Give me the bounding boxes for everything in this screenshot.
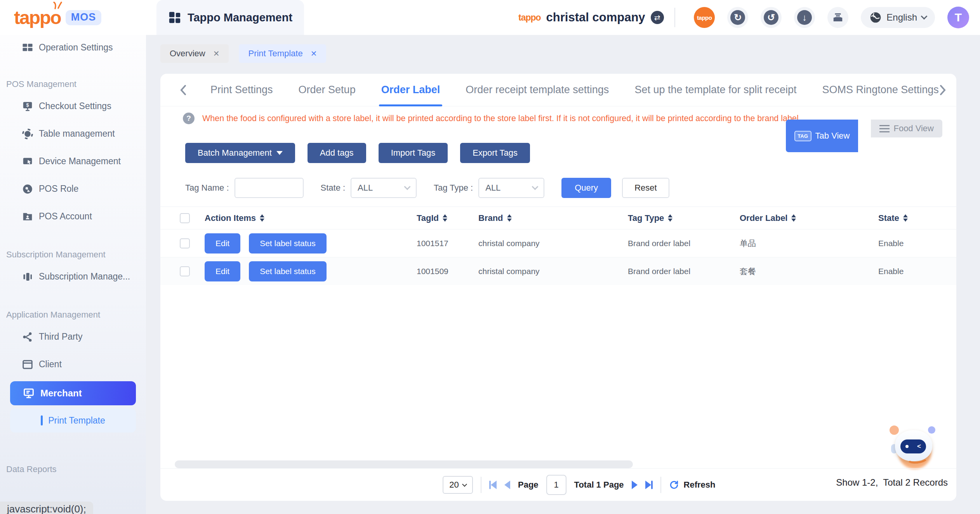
sort-icon[interactable] <box>791 214 796 222</box>
sidebar-item-operation-settings[interactable]: Operation Settings <box>0 35 146 60</box>
chevron-down-icon <box>462 482 467 487</box>
globe-icon <box>869 11 882 24</box>
window-icon <box>22 359 33 370</box>
robot-eye <box>905 445 909 448</box>
app-tab-tappo-management[interactable]: Tappo Management <box>156 0 304 35</box>
tab-order-label[interactable]: Order Label <box>381 74 440 106</box>
total-pages-label: Total 1 Page <box>574 480 624 490</box>
swap-company-icon[interactable]: ⇄ <box>651 11 664 24</box>
import-tags-label: Import Tags <box>391 148 436 158</box>
edit-button[interactable]: Edit <box>205 233 240 254</box>
page-label: Page <box>518 480 539 490</box>
chip-overview[interactable]: Overview ✕ <box>160 44 229 63</box>
row-checkbox[interactable] <box>180 238 190 248</box>
tab-split-receipt-template[interactable]: Set up the template for split receipt <box>634 74 796 106</box>
state-select[interactable]: ALL <box>351 178 417 198</box>
sidebar-item-label: Device Management <box>39 156 121 167</box>
inbox-button[interactable] <box>827 7 848 28</box>
tag-toolbar: Batch Management Add tags Import Tags Ex… <box>185 143 530 163</box>
select-all-checkbox[interactable] <box>180 213 190 223</box>
prev-page-button[interactable] <box>504 481 510 489</box>
company-switcher[interactable]: tappo christal company ⇄ <box>518 0 664 35</box>
sidebar-item-third-party[interactable]: Third Party <box>0 323 146 351</box>
cell-order-label: 套餐 <box>740 266 878 277</box>
assistant-robot-mascot[interactable]: < <box>889 422 938 470</box>
sort-icon[interactable] <box>443 214 447 222</box>
food-view-button[interactable]: Food View <box>871 120 942 137</box>
sidebar-item-subscription-manage[interactable]: Subscription Manage... <box>0 263 146 290</box>
export-tags-button[interactable]: Export Tags <box>460 143 530 163</box>
page-number-input[interactable] <box>546 475 566 495</box>
tag-icon: TAG <box>794 131 811 141</box>
user-avatar[interactable]: T <box>947 7 969 28</box>
sync-icon: ↻ <box>730 10 745 25</box>
cell-order-label: 单品 <box>740 238 878 249</box>
col-brand[interactable]: Brand <box>478 213 628 223</box>
last-page-button[interactable] <box>645 481 653 489</box>
tappo-app-button[interactable]: tappo <box>694 7 715 28</box>
sidebar-item-table-management[interactable]: Table management <box>0 120 146 148</box>
tab-soms-ringtone-settings[interactable]: SOMS Ringtone Settings <box>822 74 939 106</box>
col-order-label[interactable]: Order Label <box>740 213 878 223</box>
page-size-select[interactable]: 20 <box>443 476 473 494</box>
set-label-status-button[interactable]: Set label status <box>249 233 327 254</box>
tag-type-select[interactable]: ALL <box>478 178 544 198</box>
row-checkbox[interactable] <box>180 266 190 276</box>
records-summary: Show 1-2, Total 2 Records <box>836 477 948 488</box>
sidebar-item-merchant[interactable]: Merchant <box>10 381 136 405</box>
tab-print-settings[interactable]: Print Settings <box>210 74 273 106</box>
sidebar-item-device-management[interactable]: Device Management <box>0 148 146 175</box>
swap-glyph: ⇄ <box>654 13 660 22</box>
next-page-button[interactable] <box>632 481 638 489</box>
caret-down-icon <box>276 151 283 155</box>
tab-order-setup[interactable]: Order Setup <box>299 74 356 106</box>
refresh-button[interactable]: Refresh <box>669 480 716 490</box>
col-tag-id[interactable]: TagId <box>417 213 478 223</box>
sort-icon[interactable] <box>260 214 264 222</box>
edit-button[interactable]: Edit <box>205 261 240 281</box>
device-icon <box>22 156 33 167</box>
chip-print-template[interactable]: Print Template ✕ <box>239 44 326 63</box>
sort-icon[interactable] <box>668 214 672 222</box>
close-icon[interactable]: ✕ <box>213 49 220 58</box>
close-icon[interactable]: ✕ <box>311 49 317 58</box>
sidebar-item-print-template[interactable]: Print Template <box>10 408 136 432</box>
col-action-items[interactable]: Action Items <box>205 213 417 223</box>
tab-order-receipt-template-settings[interactable]: Order receipt template settings <box>466 74 609 106</box>
reset-button[interactable]: Reset <box>622 178 669 198</box>
horizontal-scrollbar[interactable] <box>175 460 633 468</box>
add-tags-button[interactable]: Add tags <box>308 143 366 163</box>
sidebar-item-pos-account[interactable]: POS Account <box>0 203 146 230</box>
batch-management-label: Batch Management <box>198 148 272 158</box>
sidebar-item-pos-role[interactable]: POS Role <box>0 175 146 203</box>
history-button[interactable]: ↺ <box>761 7 782 28</box>
sidebar-section-data-reports: Data Reports <box>0 461 146 478</box>
import-tags-button[interactable]: Import Tags <box>379 143 448 163</box>
cell-state: Enable <box>878 239 956 248</box>
query-button[interactable]: Query <box>561 178 611 198</box>
tab-view-button[interactable]: TAG Tab View <box>786 120 858 152</box>
tabs-scroll-right[interactable] <box>935 84 951 96</box>
sync-button[interactable]: ↻ <box>727 7 748 28</box>
tag-type-value: ALL <box>485 183 500 193</box>
download-button[interactable]: ↓ <box>794 7 815 28</box>
set-label-status-button[interactable]: Set label status <box>249 261 327 281</box>
tabs-scroll-left[interactable] <box>175 84 191 96</box>
sidebar-item-checkout-settings[interactable]: $ Checkout Settings <box>0 92 146 120</box>
tag-name-input[interactable] <box>235 178 304 198</box>
sort-icon[interactable] <box>507 214 512 222</box>
col-tag-type[interactable]: Tag Type <box>628 213 740 223</box>
sort-icon[interactable] <box>903 214 908 222</box>
cell-tag-type: Brand order label <box>628 267 740 276</box>
pager-divider <box>660 477 661 493</box>
col-state[interactable]: State <box>878 213 956 223</box>
language-selector[interactable]: English <box>861 7 935 28</box>
sidebar-section-application-management: Application Management <box>0 307 146 323</box>
sidebar-item-label: Client <box>39 359 62 370</box>
sidebar-item-label: Table management <box>39 128 115 139</box>
sidebar-section-subscription-management: Subscription Management <box>0 247 146 263</box>
sidebar-item-client[interactable]: Client <box>0 351 146 378</box>
batch-management-button[interactable]: Batch Management <box>185 143 295 163</box>
first-page-button[interactable] <box>489 481 497 489</box>
view-toggle: TAG Tab View Food View <box>773 120 942 137</box>
